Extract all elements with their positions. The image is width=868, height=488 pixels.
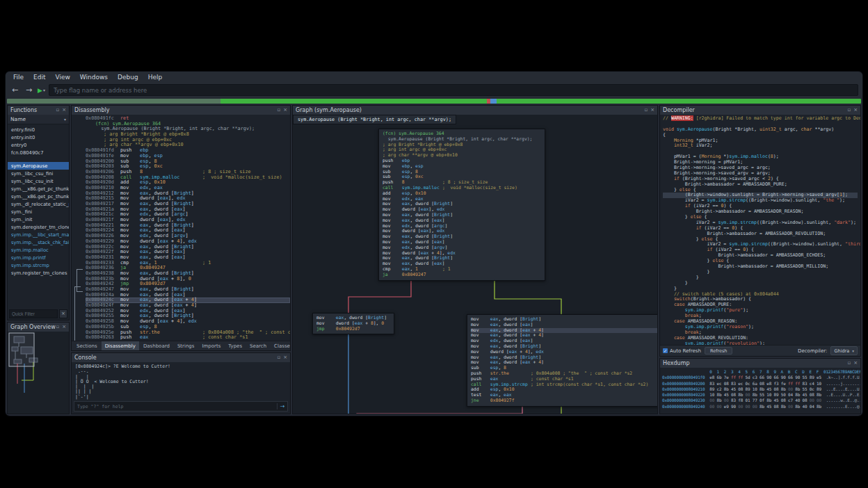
disasm-line[interactable]: 0x08049231mov eax, dword [eax]	[86, 255, 290, 261]
menu-item-windows[interactable]: Windows	[75, 74, 113, 81]
functions-sort-header[interactable]: Name ▾	[8, 115, 69, 124]
decompiler-select[interactable]: Ghidra ▾	[830, 346, 858, 355]
disasm-line[interactable]: 0x0804923bmov dword [eax + 8], 0	[86, 277, 290, 282]
disasm-line[interactable]: 0x08049258mov dword [eax + 4], edx	[86, 319, 290, 325]
function-item[interactable]: sym.deregister_tm_clones	[8, 223, 69, 231]
detach-icon[interactable]: ▫	[847, 359, 851, 368]
disasm-line[interactable]: ; arg char **argv @ ebp+0x10	[86, 143, 290, 148]
graph-canvas[interactable]: sym.Aeropause (Bright *Bright, int argc,…	[293, 115, 657, 414]
detach-icon[interactable]: ▫	[277, 106, 280, 115]
function-item[interactable]: sym.imp.strcmp	[8, 261, 69, 269]
detach-icon[interactable]: ▫	[847, 106, 851, 115]
function-item[interactable]: sym._libc_csu_fini	[8, 170, 69, 177]
close-icon[interactable]: ×	[62, 323, 66, 332]
function-item[interactable]: sym.imp.malloc	[8, 246, 69, 254]
decompiler-line[interactable]: // WARNING: [r2ghidra] Failed to match t…	[663, 116, 858, 122]
tab-search[interactable]: Search	[246, 341, 270, 350]
function-item[interactable]: sym._init	[8, 215, 69, 223]
function-item[interactable]: sym.imp.__stack_chk_fail	[8, 238, 69, 246]
function-item[interactable]: sym.register_tm_clones	[8, 269, 69, 277]
disasm-line[interactable]: 0x080491femov ebp, esp	[86, 154, 290, 159]
hexdump-row[interactable]: 0x0000000008049240 00 00 e9 90 00 00 00 …	[662, 404, 858, 409]
decompiler-view[interactable]: // WARNING: [r2ghidra] Failed to match t…	[660, 115, 860, 345]
detach-icon[interactable]: ▫	[56, 323, 59, 332]
function-item[interactable]: sym.__x86.get_pc_thunk.bp	[8, 185, 69, 193]
disasm-line[interactable]: 0x0804924fmov eax, dword [eax + 4]	[86, 303, 290, 309]
disasm-line[interactable]: 0x0804922fmov eax, dword [eax]	[86, 250, 290, 255]
menu-item-view[interactable]: View	[51, 74, 75, 81]
graph-node[interactable]: mov eax, dword [Bright]mov dword [eax + …	[312, 313, 394, 334]
hexdump-row[interactable]: 0x0000000008049200 83 ec 08 83 ec 0c 6a …	[662, 381, 858, 387]
function-item[interactable]: sym._libc_csu_init	[8, 177, 69, 185]
graph-node[interactable]: (fcn) sym.Aeropause 364 sym.Aeropause (B…	[378, 129, 545, 281]
menu-item-edit[interactable]: Edit	[29, 74, 50, 81]
function-item[interactable]: entry.fini0	[8, 126, 69, 133]
function-item[interactable]: sym._fini	[8, 208, 69, 215]
hexdump-row[interactable]: 0x0000000008049230 00 8b 00 83 f8 01 77 …	[662, 398, 858, 403]
auto-refresh-checkbox[interactable]: ✓ Auto Refresh	[663, 348, 701, 354]
menu-item-file[interactable]: File	[8, 74, 29, 81]
disasm-line[interactable]: 0x08049217mov eax, dword [Bright]	[86, 202, 290, 207]
tab-disassembly[interactable]: Disassembly	[102, 341, 139, 350]
disassembly-view[interactable]: 0x080491fcret(fcn) sym.Aeropause 364 sym…	[72, 115, 290, 341]
disasm-line[interactable]: 0x08049247mov eax, dword [Bright]	[86, 287, 290, 293]
detach-icon[interactable]: ▫	[277, 353, 280, 362]
tab-imports[interactable]: Imports	[198, 341, 224, 350]
close-icon[interactable]: ×	[283, 106, 287, 115]
disasm-line[interactable]: 0x0804920dadd esp, 0x10	[86, 180, 290, 186]
disasm-line[interactable]: 0x08049200sub esp, 8	[86, 159, 290, 165]
disasm-line[interactable]: 0x08049221mov eax, dword [Bright]	[86, 223, 290, 229]
tab-types[interactable]: Types	[225, 341, 246, 350]
tab-strings[interactable]: Strings	[174, 341, 198, 350]
disasm-line[interactable]: 0x08049263push eax; const char *s1	[86, 335, 290, 341]
console-input[interactable]	[74, 404, 277, 409]
disasm-line[interactable]: 0x0804921cmov edx, dword [argc]	[86, 212, 290, 218]
tab-dashboard[interactable]: Dashboard	[140, 341, 173, 350]
close-icon[interactable]: ×	[650, 106, 654, 115]
disasm-line[interactable]: 0x08049212mov eax, dword [Bright]	[86, 191, 290, 197]
function-item[interactable]: fcn.080490c7	[8, 149, 69, 156]
close-icon[interactable]: ×	[853, 359, 858, 368]
decompiler-line[interactable]: }	[663, 281, 858, 286]
hexdump-row[interactable]: 0x00000000080491f0 e8 6b 7e ff ff 5d c3 …	[662, 375, 858, 380]
graph-node[interactable]: mov eax, dword [Bright]mov eax, dword [e…	[467, 314, 657, 407]
menu-item-help[interactable]: Help	[143, 74, 168, 81]
decompiler-line[interactable]: int32_t iVar2;	[663, 143, 858, 149]
detach-icon[interactable]: ▫	[644, 106, 648, 115]
quick-filter-input[interactable]	[9, 309, 58, 318]
decompiler-line[interactable]: }	[663, 275, 858, 281]
disasm-line[interactable]: 0x0804922cmov eax, dword [Bright]	[86, 245, 290, 250]
function-item[interactable]: sym.imp.__libc_start_main	[8, 231, 69, 238]
tab-classes[interactable]: Classes	[271, 341, 291, 350]
disasm-line[interactable]: 0x080491fdpush ebp	[86, 148, 290, 154]
decompiler-line[interactable]: void sym.Aeropause(Bright *Bright, uint3…	[663, 127, 858, 133]
refresh-button[interactable]: Refresh	[705, 347, 733, 355]
function-item[interactable]: sym.imp.printf	[8, 254, 69, 261]
close-icon[interactable]: ×	[283, 353, 287, 362]
disasm-line[interactable]: 0x08049203sub esp, 0xc	[86, 164, 290, 170]
tab-sections[interactable]: Sections	[73, 341, 101, 350]
forward-button[interactable]: →	[24, 86, 34, 95]
back-button[interactable]: ←	[10, 86, 20, 95]
disasm-line[interactable]: 0x0804925epush str.the; 0x804a008 ; "the…	[86, 330, 290, 336]
close-icon[interactable]: ×	[853, 106, 858, 115]
seek-bar[interactable]	[7, 99, 861, 104]
hexdump-view[interactable]: 0 1 2 3 4 5 6 7 8 9 A B C D E F 01234567…	[660, 368, 860, 414]
menu-item-debug[interactable]: Debug	[113, 74, 143, 81]
disasm-line[interactable]: 0x08049233cmp eax, 1; 1	[86, 261, 290, 266]
console-run-button[interactable]: →	[277, 403, 287, 409]
hexdump-row[interactable]: 0x0000000008049220 10 8b 45 08 8b 00 8b …	[662, 392, 858, 398]
hexdump-row[interactable]: 0x0000000008049210 89 c2 8b 45 08 89 10 …	[662, 387, 858, 392]
function-item[interactable]: entry0	[8, 141, 69, 149]
function-item[interactable]: sym._dl_relocate_static_pie	[8, 200, 69, 208]
clear-filter-button[interactable]: ×	[59, 309, 67, 318]
detach-icon[interactable]: ▫	[56, 106, 59, 115]
function-item[interactable]: sym.Aeropause	[8, 162, 69, 170]
debug-start-button[interactable]: ▶▾	[38, 87, 45, 94]
function-item[interactable]: entry.init0	[8, 133, 69, 141]
graph-overview-canvas[interactable]	[8, 332, 69, 414]
function-item[interactable]: sym.__x86.get_pc_thunk.bx	[8, 193, 69, 200]
disasm-line[interactable]: 0x08049208call sym.imp.malloc; void *mal…	[86, 175, 290, 181]
close-icon[interactable]: ×	[62, 106, 66, 115]
address-input[interactable]	[49, 84, 858, 96]
